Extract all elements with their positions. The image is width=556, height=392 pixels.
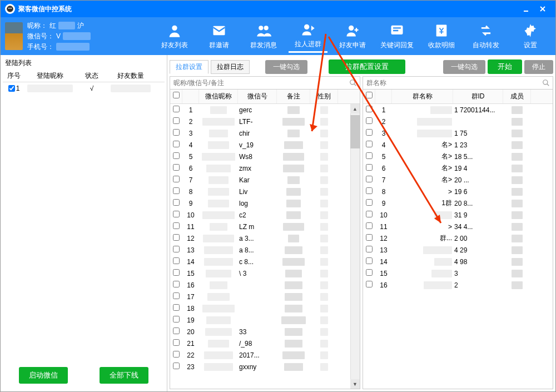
- groups-search-input[interactable]: [363, 77, 539, 89]
- friend-row-checkbox[interactable]: [173, 269, 180, 276]
- group-row[interactable]: 4名>1 23: [363, 139, 553, 151]
- group-row-checkbox[interactable]: [366, 152, 373, 159]
- friend-row[interactable]: 14c 8...: [170, 256, 360, 267]
- group-row[interactable]: 153: [363, 267, 553, 279]
- close-button[interactable]: [534, 1, 551, 17]
- friend-row-checkbox[interactable]: [173, 328, 180, 334]
- nav-friends[interactable]: 好友列表: [155, 19, 194, 53]
- nav-settings[interactable]: 设置: [511, 19, 550, 53]
- friend-row[interactable]: 16: [170, 279, 360, 291]
- scroll-up-icon[interactable]: ▲: [350, 104, 360, 113]
- tab-group-settings[interactable]: 拉群设置: [170, 60, 209, 74]
- friend-row-checkbox[interactable]: [173, 234, 180, 241]
- start-button[interactable]: 开始: [488, 59, 522, 74]
- friend-row[interactable]: 3chir: [170, 127, 360, 139]
- friend-row[interactable]: 6zmx: [170, 162, 360, 174]
- friend-row-checkbox[interactable]: [173, 187, 180, 194]
- friend-row[interactable]: 15\ 3: [170, 267, 360, 279]
- login-row[interactable]: 1√: [3, 82, 165, 95]
- group-row-checkbox[interactable]: [366, 129, 373, 136]
- group-row-checkbox[interactable]: [366, 164, 373, 171]
- friend-row[interactable]: 17: [170, 291, 360, 302]
- friend-row[interactable]: 10c2: [170, 209, 360, 221]
- login-row-checkbox[interactable]: [8, 85, 15, 92]
- checkall-right-button[interactable]: 一键勾选: [443, 60, 485, 74]
- friends-checkall[interactable]: [173, 92, 180, 98]
- start-wechat-button[interactable]: 启动微信: [19, 367, 68, 384]
- friend-row-checkbox[interactable]: [173, 117, 180, 124]
- nav-forward[interactable]: 自动转发: [466, 19, 505, 53]
- group-row[interactable]: 11>34 4...: [363, 221, 553, 232]
- group-row-checkbox[interactable]: [366, 176, 373, 182]
- group-row[interactable]: 2: [363, 116, 553, 127]
- friend-row-checkbox[interactable]: [173, 292, 180, 299]
- friend-row-checkbox[interactable]: [173, 129, 180, 136]
- friend-row-checkbox[interactable]: [173, 211, 180, 217]
- friend-row[interactable]: 2LTF-: [170, 116, 360, 127]
- friend-row[interactable]: 13a 8...: [170, 244, 360, 256]
- group-row-checkbox[interactable]: [366, 234, 373, 241]
- group-row-checkbox[interactable]: [366, 106, 373, 112]
- friend-row-checkbox[interactable]: [173, 304, 180, 311]
- group-row-checkbox[interactable]: [366, 117, 373, 124]
- friend-row-checkbox[interactable]: [173, 141, 180, 147]
- stop-button[interactable]: 停止: [524, 60, 553, 74]
- friend-row[interactable]: 7Kar: [170, 174, 360, 186]
- friend-row-checkbox[interactable]: [173, 152, 180, 159]
- nav-payment[interactable]: 收款明细: [422, 19, 461, 53]
- group-row-checkbox[interactable]: [366, 199, 373, 206]
- group-row[interactable]: 91群20 8...: [363, 197, 553, 209]
- search-icon[interactable]: [346, 77, 360, 89]
- group-row[interactable]: 8>19 6: [363, 186, 553, 197]
- group-row[interactable]: 144 98: [363, 256, 553, 267]
- scrollbar-thumb[interactable]: [350, 115, 360, 148]
- group-row-checkbox[interactable]: [366, 187, 373, 194]
- friend-row-checkbox[interactable]: [173, 164, 180, 171]
- group-row[interactable]: 5名>18 5...: [363, 151, 553, 162]
- search-icon[interactable]: [539, 77, 553, 89]
- group-row[interactable]: 6名>19 4: [363, 162, 553, 174]
- friend-row-checkbox[interactable]: [173, 316, 180, 322]
- friend-row[interactable]: 19: [170, 314, 360, 326]
- group-row-checkbox[interactable]: [366, 141, 373, 147]
- friend-row[interactable]: 1gerc: [170, 104, 360, 116]
- group-row[interactable]: 31 75: [363, 127, 553, 139]
- friend-row[interactable]: 5Ws8: [170, 151, 360, 162]
- group-row[interactable]: 11 72001144...: [363, 104, 553, 116]
- groups-checkall[interactable]: [366, 92, 373, 98]
- friend-row-checkbox[interactable]: [173, 363, 180, 369]
- group-row-checkbox[interactable]: [366, 269, 373, 276]
- tab-group-log[interactable]: 拉群日志: [211, 60, 250, 74]
- friend-row[interactable]: 21/_98: [170, 338, 360, 349]
- friend-row-checkbox[interactable]: [173, 176, 180, 182]
- group-row[interactable]: 7名>20 ...: [363, 174, 553, 186]
- nav-apply[interactable]: 好友申请: [333, 19, 372, 53]
- nav-keyword[interactable]: 关键词回复: [378, 19, 416, 53]
- group-config-button[interactable]: 拉群配置设置: [329, 59, 405, 74]
- friend-row[interactable]: 23gxxny: [170, 361, 360, 373]
- group-row[interactable]: 1031 9: [363, 209, 553, 221]
- group-row[interactable]: 12群...2 00: [363, 232, 553, 244]
- friend-row-checkbox[interactable]: [173, 246, 180, 252]
- scroll-down-icon[interactable]: ▼: [350, 379, 360, 389]
- nav-invite[interactable]: 群邀请: [200, 19, 239, 53]
- checkall-left-button[interactable]: 一键勾选: [265, 60, 307, 74]
- friend-row-checkbox[interactable]: [173, 257, 180, 264]
- group-row-checkbox[interactable]: [366, 222, 373, 229]
- friend-row[interactable]: 12a 3...: [170, 232, 360, 244]
- nav-mass[interactable]: 群发消息: [244, 19, 283, 53]
- friend-row-checkbox[interactable]: [173, 351, 180, 358]
- group-row-checkbox[interactable]: [366, 211, 373, 217]
- friend-row-checkbox[interactable]: [173, 106, 180, 112]
- friend-row[interactable]: 18: [170, 302, 360, 314]
- friend-row[interactable]: 4v_19: [170, 139, 360, 151]
- friend-row-checkbox[interactable]: [173, 222, 180, 229]
- friend-row[interactable]: 8Liv: [170, 186, 360, 197]
- friend-row[interactable]: 11LZ m: [170, 221, 360, 232]
- group-row[interactable]: 134 29: [363, 244, 553, 256]
- friend-row-checkbox[interactable]: [173, 199, 180, 206]
- friend-row[interactable]: 2033: [170, 326, 360, 338]
- scrollbar-track[interactable]: ▲ ▼: [350, 104, 360, 389]
- group-row[interactable]: 162: [363, 279, 553, 291]
- friend-row-checkbox[interactable]: [173, 339, 180, 346]
